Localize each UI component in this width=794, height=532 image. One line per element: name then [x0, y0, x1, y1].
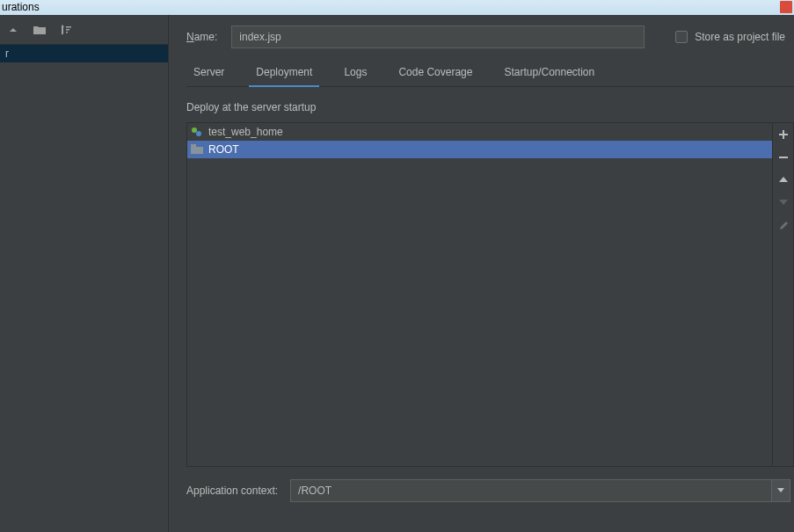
- store-as-project-file[interactable]: Store as project file: [675, 31, 785, 43]
- collapse-icon[interactable]: [9, 26, 18, 34]
- deploy-item-label: test_web_home: [208, 123, 283, 141]
- right-panel: Name: Store as project file Server Deplo…: [169, 15, 794, 532]
- svg-rect-8: [779, 134, 788, 135]
- folder-icon[interactable]: [33, 25, 46, 35]
- deploy-section: Deploy at the server startup test_web_ho…: [186, 87, 794, 532]
- deploy-list[interactable]: test_web_home ROOT: [187, 123, 772, 466]
- folder-icon: [191, 144, 203, 155]
- tabs: Server Deployment Logs Code Coverage Sta…: [186, 61, 794, 87]
- edit-button[interactable]: [773, 215, 794, 237]
- titlebar: urations: [0, 0, 794, 15]
- tab-code-coverage[interactable]: Code Coverage: [391, 61, 479, 87]
- svg-point-5: [196, 131, 201, 136]
- left-toolbar: [0, 15, 168, 45]
- deploy-item-artifact[interactable]: test_web_home: [187, 123, 772, 141]
- deploy-side-buttons: [772, 123, 793, 466]
- deploy-label: Deploy at the server startup: [186, 101, 794, 113]
- deploy-body: test_web_home ROOT: [186, 122, 794, 467]
- context-label: Application context:: [186, 485, 278, 497]
- left-panel: r: [0, 15, 169, 532]
- add-button[interactable]: [773, 123, 794, 146]
- checkbox-icon: [675, 31, 688, 43]
- tab-deployment[interactable]: Deployment: [249, 61, 319, 87]
- name-row: Name: Store as project file: [186, 26, 794, 48]
- context-select[interactable]: /ROOT: [290, 479, 790, 502]
- tab-server[interactable]: Server: [186, 61, 231, 87]
- svg-rect-3: [66, 32, 68, 33]
- window-title: urations: [2, 0, 40, 15]
- artifact-icon: [191, 126, 203, 138]
- remove-button[interactable]: [773, 146, 794, 169]
- tab-logs[interactable]: Logs: [337, 61, 374, 87]
- move-up-button[interactable]: [773, 169, 794, 192]
- svg-rect-1: [66, 26, 71, 28]
- tree-item-label: r: [5, 47, 9, 60]
- chevron-down-icon: [771, 479, 790, 502]
- deploy-item-label: ROOT: [208, 141, 239, 158]
- name-input[interactable]: [231, 26, 645, 48]
- tab-startup-connection[interactable]: Startup/Connection: [497, 61, 601, 87]
- svg-point-4: [192, 128, 197, 133]
- tree-item[interactable]: r: [0, 45, 168, 62]
- context-row: Application context: /ROOT: [186, 479, 794, 502]
- svg-rect-6: [191, 144, 196, 147]
- store-label: Store as project file: [695, 31, 785, 43]
- close-icon[interactable]: [780, 1, 792, 13]
- deploy-item-folder[interactable]: ROOT: [187, 141, 772, 158]
- svg-rect-2: [66, 29, 69, 31]
- context-value: /ROOT: [290, 479, 771, 502]
- move-down-button[interactable]: [773, 192, 794, 215]
- name-label: Name:: [186, 31, 217, 43]
- svg-rect-9: [779, 157, 788, 158]
- sort-icon[interactable]: [62, 25, 72, 35]
